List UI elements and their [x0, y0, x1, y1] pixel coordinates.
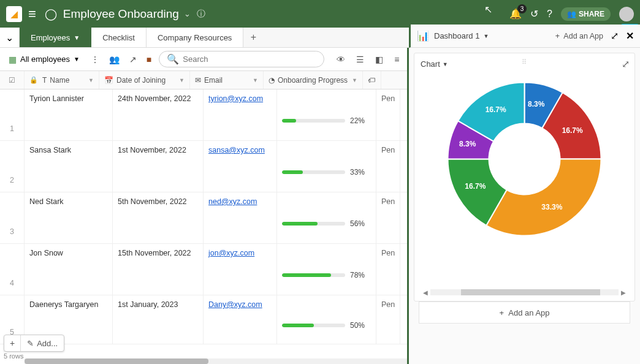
progress-pct: 33%: [350, 168, 371, 176]
block-icon[interactable]: ■: [144, 52, 154, 67]
cell-progress[interactable]: 56%: [277, 192, 376, 243]
menu-icon[interactable]: ≡: [28, 6, 36, 22]
filter-icon[interactable]: ☰: [354, 52, 367, 67]
search-input[interactable]: [183, 55, 316, 64]
chevron-down-icon[interactable]: ▼: [443, 61, 448, 67]
cell-email[interactable]: ned@xyz.com: [204, 192, 277, 243]
color-icon[interactable]: ◧: [373, 52, 386, 67]
tab-employees[interactable]: Employees▼: [20, 28, 91, 47]
chevron-down-icon[interactable]: ▼: [352, 77, 357, 83]
search-input-wrap[interactable]: 🔍: [159, 51, 324, 67]
plus-icon[interactable]: +: [4, 335, 21, 351]
scroll-left-icon[interactable]: ◀: [421, 289, 430, 296]
close-icon[interactable]: ✕: [626, 30, 634, 42]
info-icon[interactable]: ⓘ: [197, 9, 205, 20]
tab-checklist[interactable]: Checklist: [91, 28, 147, 47]
cell-email[interactable]: tyrion@xyz.com: [204, 89, 277, 140]
tab-company-resources[interactable]: Company Resources: [147, 28, 243, 47]
help-icon[interactable]: ?: [547, 9, 552, 20]
chart-card: Chart▼ ⠿ ⤢ 8.3%16.7%33.3%16.7%8.3%16.7% …: [414, 53, 635, 301]
cell-email[interactable]: jon@xyz.com: [204, 244, 277, 295]
cell-date[interactable]: 5th November, 2022: [113, 192, 204, 243]
chevron-down-icon[interactable]: ▼: [74, 34, 80, 41]
app-logo[interactable]: ◢: [6, 6, 22, 22]
more-icon[interactable]: ⋮: [88, 52, 102, 67]
title-dropdown-icon[interactable]: ⌄: [184, 9, 191, 18]
chevron-down-icon[interactable]: ▼: [88, 77, 94, 83]
cell-date[interactable]: 24th November, 2022: [113, 89, 204, 140]
cell-progress[interactable]: 22%: [277, 89, 376, 140]
view-selector[interactable]: ▦ All employees ▼: [5, 52, 83, 67]
col-email[interactable]: ✉Email▼: [190, 71, 264, 89]
scrollbar-thumb[interactable]: [461, 289, 600, 295]
cell-date[interactable]: 1st November, 2022: [113, 141, 204, 192]
cell-email[interactable]: sansa@xyz.com: [204, 141, 277, 192]
cell-status[interactable]: Pen: [376, 89, 400, 140]
col-name[interactable]: 🔒TName▼: [25, 71, 99, 89]
add-row-button[interactable]: + ✎Add...: [4, 335, 64, 352]
add-app-link[interactable]: + Add an App: [555, 32, 603, 40]
email-link[interactable]: Dany@xyz.com: [208, 300, 262, 309]
cell-status[interactable]: Pen: [376, 192, 400, 243]
notifications-icon[interactable]: 🔔3: [509, 8, 522, 20]
email-link[interactable]: jon@xyz.com: [208, 249, 254, 257]
cell-date[interactable]: 1st January, 2023: [113, 295, 204, 344]
cell-status[interactable]: Pen: [376, 141, 400, 192]
cell-progress[interactable]: 78%: [277, 244, 376, 295]
email-icon: ✉: [195, 76, 201, 85]
share-button[interactable]: 👥SHARE: [561, 7, 611, 21]
user-icon[interactable]: ◯: [45, 7, 57, 21]
drag-handle-icon[interactable]: ⠿: [522, 58, 528, 66]
table-row[interactable]: 3Ned Stark5th November, 2022ned@xyz.com5…: [0, 192, 407, 244]
col-progress[interactable]: ◔Onboarding Progress▼: [264, 71, 363, 89]
cell-progress[interactable]: 50%: [277, 295, 376, 344]
chevron-down-icon[interactable]: ▼: [253, 77, 258, 83]
grid-hscrollbar[interactable]: [25, 358, 407, 364]
cell-progress[interactable]: 33%: [277, 141, 376, 192]
table-row[interactable]: 4Jon Snow15th November, 2022jon@xyz.com7…: [0, 244, 407, 295]
chart-hscrollbar[interactable]: ◀ ▶: [421, 289, 628, 296]
cell-status[interactable]: Pen: [376, 295, 400, 344]
scrollbar-thumb[interactable]: [25, 358, 208, 364]
sort-icon[interactable]: ≡: [392, 52, 402, 67]
export-icon[interactable]: ↗: [127, 52, 139, 67]
notif-badge: 3: [517, 4, 527, 13]
add-app-footer[interactable]: + Add an App: [419, 301, 630, 324]
col-extra[interactable]: 🏷: [363, 71, 381, 89]
table-row[interactable]: 2Sansa Stark1st November, 2022sansa@xyz.…: [0, 141, 407, 192]
cell-name[interactable]: Ned Stark: [25, 192, 113, 243]
chevron-down-icon[interactable]: ▼: [483, 33, 489, 39]
avatar[interactable]: [619, 7, 634, 21]
cell-name[interactable]: Tyrion Lannister: [25, 89, 113, 140]
progress-bar: [282, 170, 345, 174]
cell-name[interactable]: Jon Snow: [25, 244, 113, 295]
add-row-edit[interactable]: ✎Add...: [21, 336, 64, 351]
grid-icon: ▦: [9, 55, 17, 64]
grid-header: ☑ 🔒TName▼ 📅Date of Joining▼ ✉Email▼ ◔Onb…: [0, 71, 407, 89]
scroll-right-icon[interactable]: ▶: [619, 289, 628, 296]
progress-pct: 22%: [350, 116, 371, 125]
cell-date[interactable]: 15th November, 2022: [113, 244, 204, 295]
cell-name[interactable]: Sansa Stark: [25, 141, 113, 192]
chart-slice-label: 16.7%: [465, 182, 486, 191]
card-expand-icon[interactable]: ⤢: [622, 58, 630, 70]
email-link[interactable]: tyrion@xyz.com: [208, 94, 263, 103]
app-title: Employee Onboarding: [63, 7, 179, 21]
checkbox-header-icon[interactable]: ☑: [9, 76, 15, 85]
email-link[interactable]: sansa@xyz.com: [208, 146, 265, 154]
panel-title[interactable]: Dashboard 1▼: [434, 31, 489, 40]
tabs-collapse-icon[interactable]: ⌄: [0, 28, 20, 47]
history-icon[interactable]: ↺: [530, 8, 538, 20]
visibility-icon[interactable]: 👁: [334, 52, 348, 67]
col-date[interactable]: 📅Date of Joining▼: [99, 71, 190, 89]
cell-status[interactable]: Pen: [376, 244, 400, 295]
chevron-down-icon[interactable]: ▼: [179, 77, 185, 83]
add-tab-button[interactable]: +: [243, 28, 263, 47]
lock-icon: 🔒: [29, 76, 38, 84]
side-panel: 📊 Dashboard 1▼ + Add an App ⤢ ✕ Chart▼ ⠿…: [407, 48, 640, 364]
table-row[interactable]: 1Tyrion Lannister24th November, 2022tyri…: [0, 89, 407, 141]
people-icon[interactable]: 👥: [107, 52, 122, 67]
cell-email[interactable]: Dany@xyz.com: [204, 295, 277, 344]
expand-icon[interactable]: ⤢: [611, 30, 619, 42]
email-link[interactable]: ned@xyz.com: [208, 197, 257, 206]
